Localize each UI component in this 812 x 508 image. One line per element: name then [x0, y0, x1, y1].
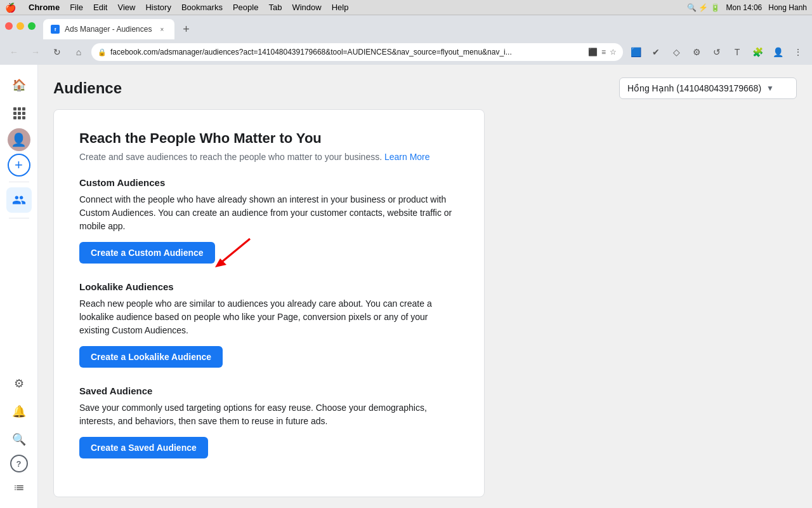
extension-puzzle-icon[interactable]: 🧩 [749, 43, 766, 61]
toolbar-right: 🟦 ✔ ◇ ⚙ ↺ T 🧩 👤 ⋮ [627, 43, 807, 61]
window-menu-item[interactable]: Window [292, 3, 321, 12]
custom-audiences-title: Custom Audiences [79, 177, 459, 188]
browser-window: f Ads Manager - Audiences × + ← → ↻ ⌂ 🔒 … [0, 15, 812, 508]
fb-sidebar: 🏠 👤 + [0, 65, 38, 508]
create-custom-audience-button[interactable]: Create a Custom Audience [79, 242, 215, 264]
view-menu-item[interactable]: View [117, 3, 135, 12]
browser-content: 🏠 👤 + [0, 65, 812, 508]
sidebar-divider-2 [9, 218, 29, 218]
saved-audience-title: Saved Audience [79, 385, 459, 396]
card-subtitle: Create and save audiences to reach the p… [79, 152, 459, 162]
sidebar-search-icon[interactable]: 🔍 [6, 427, 32, 452]
lookalike-audiences-section: Lookalike Audiences Reach new people who… [79, 281, 459, 368]
svg-rect-2 [22, 107, 25, 110]
bookmarks-menu-item[interactable]: Bookmarks [181, 3, 223, 12]
svg-rect-0 [13, 107, 16, 110]
maximize-window-button[interactable] [28, 22, 36, 30]
custom-audiences-desc: Connect with the people who have already… [79, 193, 459, 233]
svg-rect-3 [13, 112, 16, 115]
lookalike-audiences-desc: Reach new people who are similar to audi… [79, 297, 459, 337]
sidebar-audience-icon[interactable] [6, 187, 32, 213]
svg-rect-7 [18, 116, 21, 119]
create-lookalike-audience-button[interactable]: Create a Lookalike Audience [79, 346, 223, 368]
apple-menu[interactable]: 🍎 [5, 3, 16, 13]
chrome-menu-icon[interactable]: ⋮ [789, 43, 807, 61]
sidebar-bottom: ⚙ 🔔 🔍 ? [6, 371, 32, 500]
star-icon[interactable]: ☆ [610, 48, 617, 57]
card-heading: Reach the People Who Matter to You [79, 130, 459, 147]
tab-favicon: f [51, 25, 60, 34]
custom-audiences-section: Custom Audiences Connect with the people… [79, 177, 459, 264]
sidebar-apps-icon[interactable] [6, 100, 32, 126]
tab-bar: f Ads Manager - Audiences × + [0, 15, 812, 39]
tab-close-button[interactable]: × [157, 24, 167, 34]
url-text: facebook.com/adsmanager/audiences?act=14… [110, 48, 584, 57]
svg-rect-5 [22, 112, 25, 115]
svg-rect-4 [18, 112, 21, 115]
main-content: Audience Hồng Hạnh (1410480439179668) ▼ … [38, 65, 812, 508]
sidebar-avatar[interactable]: 👤 [8, 128, 30, 151]
extension-fb-icon[interactable]: 🟦 [627, 43, 645, 61]
traffic-lights [5, 22, 36, 30]
svg-marker-10 [215, 258, 226, 267]
extension-translate-icon[interactable]: T [728, 43, 746, 61]
address-bar: ← → ↻ ⌂ 🔒 facebook.com/adsmanager/audien… [0, 39, 812, 65]
audience-card: Reach the People Who Matter to You Creat… [53, 109, 485, 497]
sidebar-settings-icon[interactable]: ⚙ [6, 371, 32, 396]
new-tab-button[interactable]: + [177, 20, 195, 38]
dropdown-arrow-icon: ▼ [766, 84, 774, 93]
chrome-menu-item[interactable]: Chrome [29, 3, 60, 12]
menubar-icons: 🔍 ⚡ 🔋 [687, 3, 720, 12]
edit-menu-item[interactable]: Edit [93, 3, 107, 12]
forward-button[interactable]: → [27, 43, 44, 61]
extension-settings-icon[interactable]: ⚙ [688, 43, 705, 61]
back-button[interactable]: ← [5, 43, 23, 61]
svg-rect-6 [13, 116, 16, 119]
security-icon: 🔒 [98, 48, 107, 57]
history-menu-item[interactable]: History [145, 3, 171, 12]
custom-audience-button-container: Create a Custom Audience [79, 242, 215, 264]
page-title: Audience [53, 79, 122, 97]
cast-icon: ⬛ [588, 48, 598, 57]
saved-audience-desc: Save your commonly used targeting option… [79, 401, 459, 428]
svg-rect-1 [18, 107, 21, 110]
svg-rect-8 [22, 116, 25, 119]
saved-audience-section: Saved Audience Save your commonly used t… [79, 385, 459, 458]
tab-title: Ads Manager - Audiences [65, 25, 152, 34]
lookalike-audiences-title: Lookalike Audiences [79, 281, 459, 292]
learn-more-link[interactable]: Learn More [384, 152, 430, 162]
profile-avatar[interactable]: 👤 [769, 43, 787, 61]
sidebar-reports-icon[interactable] [6, 475, 32, 500]
reader-icon: ≡ [601, 48, 606, 57]
svg-line-9 [221, 239, 250, 262]
sidebar-divider [9, 182, 29, 182]
account-selector[interactable]: Hồng Hạnh (1410480439179668) ▼ [619, 77, 797, 99]
page-header: Audience Hồng Hạnh (1410480439179668) ▼ [53, 77, 797, 99]
menubar-time: Mon 14:06 [726, 3, 763, 12]
people-menu-item[interactable]: People [233, 3, 258, 12]
create-saved-audience-button[interactable]: Create a Saved Audience [79, 437, 208, 458]
sidebar-home-icon[interactable]: 🏠 [6, 72, 32, 98]
tab-menu-item[interactable]: Tab [268, 3, 282, 12]
extension-check-icon[interactable]: ✔ [647, 43, 665, 61]
sidebar-notifications-icon[interactable]: 🔔 [6, 399, 32, 424]
extension-vpn-icon[interactable]: ◇ [667, 43, 685, 61]
menubar: 🍎 Chrome File Edit View History Bookmark… [0, 0, 812, 15]
home-button[interactable]: ⌂ [70, 43, 88, 61]
menubar-user: Hong Hanh [768, 3, 807, 12]
file-menu-item[interactable]: File [70, 3, 83, 12]
sidebar-add-icon[interactable]: + [8, 154, 30, 177]
url-input[interactable]: 🔒 facebook.com/adsmanager/audiences?act=… [91, 43, 623, 61]
sidebar-help-icon[interactable]: ? [10, 455, 28, 472]
refresh-button[interactable]: ↻ [48, 43, 66, 61]
close-window-button[interactable] [5, 22, 13, 30]
help-menu-item[interactable]: Help [332, 3, 349, 12]
account-name: Hồng Hạnh (1410480439179668) [627, 83, 761, 93]
browser-tab[interactable]: f Ads Manager - Audiences × [43, 19, 174, 39]
minimize-window-button[interactable] [16, 22, 24, 30]
card-subtitle-text: Create and save audiences to reach the p… [79, 152, 382, 162]
extension-refresh-icon[interactable]: ↺ [708, 43, 726, 61]
